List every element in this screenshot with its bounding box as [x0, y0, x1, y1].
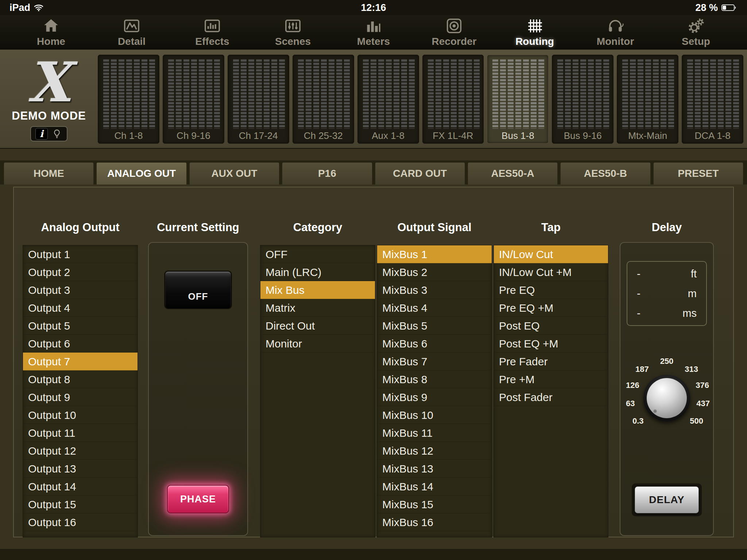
meter-bank[interactable]: DCA 1-8 [682, 55, 743, 144]
category-item[interactable]: Matrix [260, 299, 375, 317]
tap-item[interactable]: Post EQ [494, 317, 608, 335]
nav-setup[interactable]: Setup [667, 17, 725, 47]
nav-recorder[interactable]: Recorder [425, 17, 483, 47]
delay-button-base: DELAY [632, 483, 702, 516]
device-label: iPad [9, 2, 30, 13]
meter-groups: Ch 1-8 Ch 9-16 Ch 17-24 Ch 25-32 [98, 55, 743, 144]
meter-bank[interactable]: Bus 1-8 [487, 55, 549, 144]
delay-knob[interactable] [643, 375, 690, 421]
analog-output-item[interactable]: Output 14 [23, 478, 138, 495]
analog-output-item[interactable]: Output 16 [23, 513, 138, 531]
analog-output-item[interactable]: Output 9 [23, 388, 138, 406]
battery-icon [721, 4, 738, 11]
delay-value-ft: - [637, 268, 640, 280]
analog-output-item[interactable]: Output 4 [23, 299, 138, 317]
meter-bank[interactable]: Ch 1-8 [98, 55, 159, 144]
output-signal-item[interactable]: MixBus 8 [377, 370, 492, 388]
tap-item[interactable]: IN/Low Cut +M [494, 263, 608, 281]
output-signal-item[interactable]: MixBus 4 [377, 299, 492, 317]
analog-output-item[interactable]: Output 1 [23, 245, 138, 263]
output-signal-item[interactable]: MixBus 7 [377, 353, 492, 370]
category-item[interactable]: Mix Bus [260, 281, 375, 299]
tab-analog-out[interactable]: ANALOG OUT [96, 162, 186, 184]
output-signal-item[interactable]: MixBus 2 [377, 263, 492, 281]
tap-item[interactable]: Pre EQ +M [494, 299, 608, 317]
x-logo: X [28, 55, 70, 109]
delay-button[interactable]: DELAY [635, 486, 699, 513]
nav-effects[interactable]: Effects [183, 17, 241, 47]
meter-bank[interactable]: Aux 1-8 [357, 55, 419, 144]
output-signal-item[interactable]: MixBus 13 [377, 460, 492, 478]
analog-output-item[interactable]: Output 7 [23, 353, 138, 370]
analog-output-item[interactable]: Output 11 [23, 424, 138, 442]
tab-home[interactable]: HOME [4, 162, 94, 184]
output-signal-item[interactable]: MixBus 15 [377, 495, 492, 513]
output-signal-item[interactable]: MixBus 16 [377, 513, 492, 531]
meter-grid [166, 58, 221, 129]
analog-output-item[interactable]: Output 2 [23, 263, 138, 281]
tab-card-out[interactable]: CARD OUT [375, 162, 465, 184]
meter-bank[interactable]: Bus 9-16 [552, 55, 614, 144]
knob-label: 126 [626, 381, 639, 390]
meter-bank[interactable]: Ch 9-16 [163, 55, 224, 144]
delay-readout-ms: - ms [627, 303, 706, 323]
meter-grid [620, 58, 675, 129]
tap-item[interactable]: IN/Low Cut [494, 245, 608, 263]
delay-panel: - ft - m - ms 0.3 63 126 187 250 313 [620, 242, 714, 536]
meter-grid [361, 58, 415, 129]
output-signal-list: MixBus 1 MixBus 2 MixBus 3 MixBus 4 MixB… [377, 245, 492, 537]
analog-output-item[interactable]: Output 8 [23, 370, 138, 388]
meter-grid [231, 58, 286, 129]
output-signal-item[interactable]: MixBus 11 [377, 424, 492, 442]
meter-bank[interactable]: Mtx-Main [617, 55, 678, 144]
output-signal-item[interactable]: MixBus 5 [377, 317, 492, 335]
output-signal-item[interactable]: MixBus 10 [377, 406, 492, 424]
nav-monitor[interactable]: Monitor [586, 17, 645, 47]
analog-output-item[interactable]: Output 6 [23, 335, 138, 353]
analog-output-item[interactable]: Output 5 [23, 317, 138, 335]
tap-item[interactable]: Pre +M [494, 370, 608, 388]
output-signal-item[interactable]: MixBus 3 [377, 281, 492, 299]
category-item[interactable]: Monitor [260, 335, 375, 353]
off-button[interactable]: OFF [165, 271, 231, 308]
output-signal-item[interactable]: MixBus 1 [377, 245, 492, 263]
tap-item[interactable]: Post EQ +M [494, 335, 608, 353]
tap-item[interactable]: Pre EQ [494, 281, 608, 299]
meter-bank[interactable]: FX 1L-4R [422, 55, 484, 144]
output-signal-item[interactable]: MixBus 9 [377, 388, 492, 406]
meter-bank[interactable]: Ch 25-32 [293, 55, 354, 144]
analog-output-item[interactable]: Output 15 [23, 495, 138, 513]
tab-aes50-b[interactable]: AES50-B [560, 162, 650, 184]
info-button[interactable]: i [35, 128, 48, 140]
tab-preset[interactable]: PRESET [653, 162, 743, 184]
tap-item[interactable]: Pre Fader [494, 353, 608, 370]
tab-aes50-a[interactable]: AES50-A [468, 162, 558, 184]
output-signal-item[interactable]: MixBus 12 [377, 442, 492, 460]
analog-output-item[interactable]: Output 3 [23, 281, 138, 299]
analog-output-item[interactable]: Output 13 [23, 460, 138, 478]
phase-button[interactable]: PHASE [167, 485, 229, 513]
category-item[interactable]: Direct Out [260, 317, 375, 335]
tab-aux-out[interactable]: AUX OUT [189, 162, 279, 184]
category-item[interactable]: Main (LRC) [260, 263, 375, 281]
nav-routing[interactable]: Routing [506, 17, 564, 47]
lamp-icon[interactable] [51, 128, 62, 139]
output-signal-item[interactable]: MixBus 6 [377, 335, 492, 353]
top-nav: Home Detail Effects [0, 15, 747, 50]
meter-bank[interactable]: Ch 17-24 [228, 55, 289, 144]
output-signal-item[interactable]: MixBus 14 [377, 478, 492, 495]
nav-meters[interactable]: Meters [344, 17, 403, 47]
nav-scenes[interactable]: Scenes [264, 17, 322, 47]
nav-home[interactable]: Home [22, 17, 80, 47]
recorder-icon [445, 17, 463, 35]
meter-bank-label: Bus 9-16 [552, 130, 613, 141]
nav-detail[interactable]: Detail [102, 17, 161, 47]
analog-output-item[interactable]: Output 10 [23, 406, 138, 424]
category-item[interactable]: OFF [260, 245, 375, 263]
tab-p16[interactable]: P16 [282, 162, 372, 184]
meter-bank-label: Ch 1-8 [98, 130, 159, 141]
knob-label: 500 [690, 416, 703, 426]
tap-item[interactable]: Post Fader [494, 388, 608, 406]
analog-output-item[interactable]: Output 12 [23, 442, 138, 460]
meter-bank-label: Bus 1-8 [487, 130, 548, 141]
